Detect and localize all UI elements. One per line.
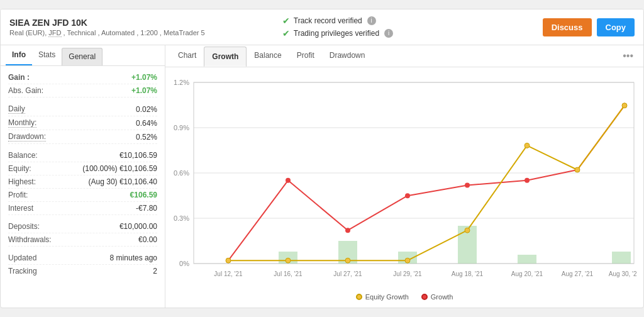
check-icon-2: ✔ [282, 28, 290, 38]
discuss-button[interactable]: Discuss [543, 18, 592, 36]
tab-growth[interactable]: Growth [204, 47, 247, 67]
deposits-value: €10,000.00 [119, 222, 157, 231]
svg-rect-16 [518, 255, 536, 264]
growth-legend-icon [421, 294, 428, 300]
track-record-text: Track record verified [294, 16, 362, 25]
equity-legend-icon [356, 294, 362, 300]
tab-chart[interactable]: Chart [170, 46, 204, 66]
balance-value: €10,106.59 [119, 151, 157, 160]
svg-text:0.3%: 0.3% [174, 214, 189, 222]
svg-text:Jul 29, '21: Jul 29, '21 [393, 270, 422, 277]
abs-gain-label: Abs. Gain: [8, 86, 43, 95]
profit-label: Profit: [8, 191, 28, 199]
monthly-value: 0.64% [136, 119, 157, 128]
withdrawals-value: €0.00 [138, 235, 157, 244]
svg-text:0%: 0% [179, 260, 189, 267]
info-section: Gain : +1.07% Abs. Gain: +1.07% Daily 0.… [1, 66, 165, 282]
trading-privileges-text: Trading privileges verified [294, 29, 379, 38]
equity-row: Equity: (100.00%) €10,106.59 [8, 162, 157, 175]
svg-point-31 [465, 228, 470, 233]
legend-equity: Equity Growth [356, 293, 409, 301]
updated-row: Updated 8 minutes ago [8, 252, 157, 265]
account-subtitle: Real (EUR), JFD , Technical , Automated … [9, 29, 270, 36]
highest-label: Highest: [8, 177, 36, 186]
interest-value: -€7.80 [136, 204, 157, 213]
svg-point-22 [405, 193, 410, 198]
trading-privileges-row: ✔ Trading privileges verified i [282, 28, 543, 38]
deposits-row: Deposits: €10,000.00 [8, 220, 157, 233]
tracking-value: 2 [153, 267, 157, 275]
copy-button[interactable]: Copy [597, 18, 635, 36]
svg-point-23 [465, 182, 470, 187]
info-icon-2[interactable]: i [384, 29, 393, 38]
balance-label: Balance: [8, 151, 38, 160]
withdrawals-label: Withdrawals: [8, 235, 52, 244]
chart-legend: Equity Growth Growth [172, 293, 637, 304]
tab-info[interactable]: Info [6, 45, 32, 65]
equity-legend-label: Equity Growth [365, 293, 409, 301]
gain-value: +1.07% [131, 73, 157, 82]
growth-legend-label: Growth [431, 293, 453, 301]
dots-menu[interactable]: ••• [618, 45, 638, 67]
daily-label[interactable]: Daily [8, 104, 25, 114]
daily-value: 0.02% [136, 105, 157, 114]
svg-point-30 [405, 258, 410, 263]
svg-point-27 [226, 258, 231, 263]
tracking-row: Tracking 2 [8, 265, 157, 277]
highest-value: (Aug 30) €10,106.40 [89, 177, 157, 186]
info-icon-1[interactable]: i [367, 16, 376, 25]
tab-drawdown[interactable]: Drawdown [322, 46, 373, 66]
interest-row: Interest -€7.80 [8, 202, 157, 215]
left-tabs: Info Stats General [1, 45, 165, 66]
tracking-label: Tracking [8, 267, 37, 275]
drawdown-label[interactable]: Drawdown: [8, 132, 46, 142]
svg-text:Jul 16, '21: Jul 16, '21 [274, 270, 303, 277]
right-panel: Chart Growth Balance Profit Drawdown •••… [165, 45, 643, 308]
legend-growth: Growth [421, 293, 453, 301]
svg-text:Aug 18, '21: Aug 18, '21 [452, 270, 484, 277]
abs-gain-row: Abs. Gain: +1.07% [8, 84, 157, 97]
withdrawals-row: Withdrawals: €0.00 [8, 233, 157, 247]
profit-value: €106.59 [130, 191, 157, 199]
daily-row: Daily 0.02% [8, 103, 157, 116]
svg-point-29 [345, 258, 350, 263]
svg-point-24 [525, 178, 530, 183]
svg-text:Aug 27, '21: Aug 27, '21 [562, 270, 594, 277]
tab-profit[interactable]: Profit [289, 46, 322, 66]
chart-svg: 1.2% 0.9% 0.6% 0.3% 0% [172, 74, 637, 287]
highest-row: Highest: (Aug 30) €10,106.40 [8, 175, 157, 189]
gain-label: Gain : [8, 73, 30, 82]
svg-text:Jul 12, '21: Jul 12, '21 [214, 270, 243, 277]
check-icon-1: ✔ [282, 16, 290, 26]
equity-value: (100.00%) €10,106.59 [82, 164, 157, 173]
right-tabs: Chart Growth Balance Profit Drawdown ••• [165, 45, 643, 67]
verified-section: ✔ Track record verified i ✔ Trading priv… [270, 16, 543, 38]
svg-text:1.2%: 1.2% [174, 79, 189, 86]
tab-general[interactable]: General [62, 48, 103, 65]
monthly-label[interactable]: Monthly: [8, 118, 36, 128]
svg-text:Aug 30, '21: Aug 30, '21 [609, 270, 637, 277]
svg-point-21 [345, 228, 350, 233]
account-title: SIEA ZEN JFD 10K [9, 18, 270, 28]
left-panel: Info Stats General Gain : +1.07% Abs. Ga… [1, 45, 165, 308]
svg-point-28 [286, 258, 291, 263]
chart-area: 1.2% 0.9% 0.6% 0.3% 0% [165, 67, 643, 308]
main-body: Info Stats General Gain : +1.07% Abs. Ga… [1, 45, 643, 308]
main-container: SIEA ZEN JFD 10K Real (EUR), JFD , Techn… [0, 9, 644, 308]
svg-point-20 [286, 178, 291, 183]
jfd-link[interactable]: JFD [48, 29, 61, 37]
drawdown-row: Drawdown: 0.52% [8, 130, 157, 144]
header-left: SIEA ZEN JFD 10K Real (EUR), JFD , Techn… [9, 18, 270, 36]
abs-gain-value: +1.07% [131, 86, 157, 95]
svg-text:0.6%: 0.6% [174, 169, 189, 177]
svg-rect-18 [612, 252, 631, 264]
svg-point-34 [622, 103, 627, 108]
drawdown-value: 0.52% [136, 133, 157, 142]
tab-balance[interactable]: Balance [247, 46, 289, 66]
tab-stats[interactable]: Stats [32, 45, 62, 65]
svg-text:Aug 20, '21: Aug 20, '21 [511, 270, 543, 277]
svg-text:Jul 27, '21: Jul 27, '21 [333, 270, 362, 277]
interest-label: Interest [8, 204, 33, 213]
svg-text:0.9%: 0.9% [174, 124, 189, 131]
equity-label: Equity: [8, 164, 31, 173]
